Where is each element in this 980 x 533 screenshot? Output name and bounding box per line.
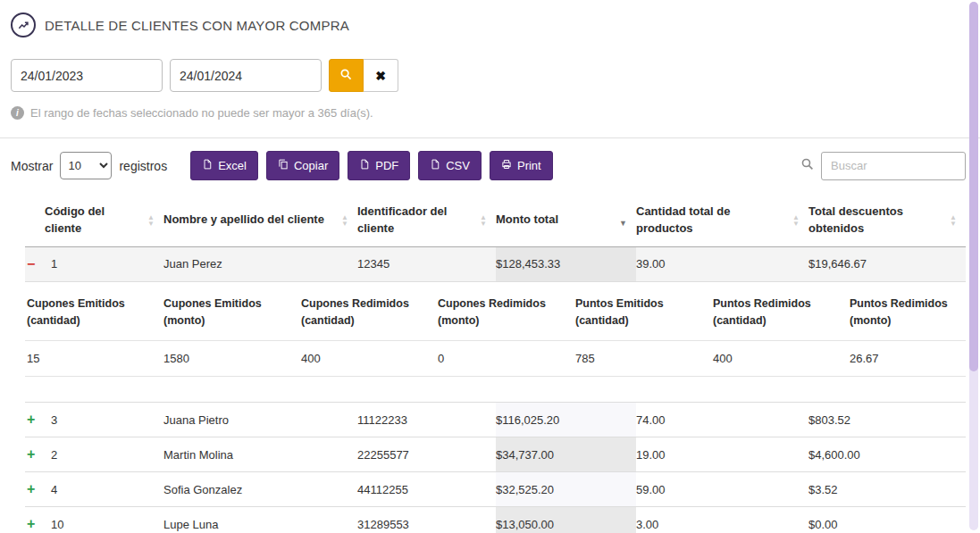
detail-cell: 1580 bbox=[162, 341, 299, 376]
cell-code: 2 bbox=[51, 448, 57, 462]
vertical-scrollbar-track bbox=[969, 2, 978, 530]
date-to-input[interactable] bbox=[170, 59, 322, 92]
date-range-info-text: El rango de fechas seleccionado no puede… bbox=[30, 106, 373, 120]
clients-table: Código del cliente ▲▼ Nombre y apellido … bbox=[11, 195, 966, 533]
column-header-discounts[interactable]: Total descuentos obtenidos ▲▼ bbox=[808, 195, 966, 246]
show-label: Mostrar bbox=[11, 159, 53, 173]
table-row: + 2 Martin Molina 22255577 $34,737.00 19… bbox=[25, 437, 966, 472]
cell-code: 3 bbox=[51, 413, 57, 427]
search-icon bbox=[339, 68, 353, 84]
cell-identifier: 31289553 bbox=[357, 507, 496, 533]
table-row: + 4 Sofia Gonzalez 44112255 $32,525.20 5… bbox=[25, 472, 966, 507]
date-filter-bar: ✖ bbox=[11, 59, 966, 92]
printer-icon bbox=[501, 159, 512, 172]
table-toolbar: Mostrar 10 registros Excel Copiar bbox=[11, 151, 966, 180]
detail-column-header: Cupones Emitidos (cantidad) bbox=[25, 282, 162, 341]
clear-date-filter-button[interactable]: ✖ bbox=[364, 59, 398, 92]
page-title: DETALLE DE CLIENTES CON MAYOR COMPRA bbox=[45, 18, 349, 33]
sort-icons: ▲▼ bbox=[147, 214, 155, 227]
search-input[interactable] bbox=[821, 152, 966, 180]
detail-column-header: Puntos Emitidos (cantidad) bbox=[574, 282, 711, 341]
vertical-scrollbar-thumb[interactable] bbox=[969, 2, 978, 371]
cell-name: Juana Pietro bbox=[163, 403, 357, 437]
cell-quantity: 39.00 bbox=[636, 247, 808, 281]
cell-amount: $34,737.00 bbox=[496, 437, 636, 471]
export-pdf-button[interactable]: PDF bbox=[348, 151, 410, 180]
cell-quantity: 59.00 bbox=[636, 472, 808, 506]
cell-code: 4 bbox=[51, 483, 57, 496]
column-header-amount[interactable]: Monto total ▲▼ bbox=[496, 195, 636, 246]
detail-column-header: Puntos Redimidos (monto) bbox=[848, 282, 966, 341]
detail-cell: 400 bbox=[711, 341, 848, 376]
column-header-quantity[interactable]: Cantidad total de productos ▲▼ bbox=[636, 195, 808, 246]
cell-discounts: $3.52 bbox=[808, 472, 966, 506]
trend-chart-icon bbox=[11, 12, 36, 37]
table-row: + 10 Lupe Luna 31289553 $13,050.00 3.00 … bbox=[25, 507, 966, 533]
records-label: registros bbox=[119, 159, 167, 173]
cell-amount: $128,453.33 bbox=[496, 247, 636, 281]
export-excel-button[interactable]: Excel bbox=[190, 151, 258, 180]
detail-column-header: Cupones Redimidos (monto) bbox=[436, 282, 574, 341]
cell-name: Lupe Luna bbox=[163, 507, 357, 533]
column-header-code[interactable]: Código del cliente ▲▼ bbox=[25, 195, 163, 246]
date-range-info: i El rango de fechas seleccionado no pue… bbox=[11, 106, 966, 120]
cell-discounts: $803.52 bbox=[808, 403, 966, 437]
cell-quantity: 74.00 bbox=[636, 403, 808, 437]
expand-row-icon[interactable]: + bbox=[27, 517, 39, 531]
divider bbox=[0, 137, 980, 138]
copy-button[interactable]: Copiar bbox=[266, 151, 339, 180]
expand-row-icon[interactable]: + bbox=[27, 412, 39, 427]
cell-amount: $32,525.20 bbox=[496, 472, 636, 506]
detail-column-header: Cupones Emitidos (monto) bbox=[162, 282, 299, 341]
sort-icons: ▲▼ bbox=[950, 214, 957, 227]
excel-file-icon bbox=[202, 159, 213, 172]
detail-cell: 400 bbox=[299, 341, 436, 376]
cell-code: 1 bbox=[51, 257, 57, 271]
cell-quantity: 19.00 bbox=[636, 437, 808, 471]
cell-name: Martin Molina bbox=[163, 437, 357, 471]
app-header: DETALLE DE CLIENTES CON MAYOR COMPRA bbox=[11, 12, 966, 37]
expand-row-icon[interactable]: + bbox=[27, 447, 39, 462]
export-button-group: Excel Copiar PDF CSV bbox=[190, 151, 553, 180]
detail-column-header: Cupones Redimidos (cantidad) bbox=[299, 282, 436, 341]
date-from-input[interactable] bbox=[11, 59, 163, 92]
cell-amount: $13,050.00 bbox=[496, 507, 636, 533]
close-icon: ✖ bbox=[375, 69, 386, 83]
cell-identifier: 44112255 bbox=[357, 472, 496, 506]
cell-quantity: 3.00 bbox=[636, 507, 808, 533]
detail-column-header: Puntos Redimidos (cantidad) bbox=[711, 282, 848, 341]
column-header-name[interactable]: Nombre y apellido del cliente ▲▼ bbox=[163, 195, 357, 246]
cell-identifier: 22255577 bbox=[357, 437, 496, 471]
detail-cell: 26.67 bbox=[848, 341, 966, 376]
page-length-select[interactable]: 10 bbox=[60, 152, 112, 179]
table-search bbox=[800, 152, 966, 180]
table-row: + 3 Juana Pietro 11122233 $116,025.20 74… bbox=[25, 403, 966, 437]
expand-row-icon[interactable]: + bbox=[27, 482, 39, 496]
apply-date-filter-button[interactable] bbox=[329, 59, 364, 92]
detail-value-row: 15 1580 400 0 785 400 26.67 bbox=[25, 341, 966, 377]
csv-file-icon bbox=[430, 159, 440, 172]
row-detail-panel: Cupones Emitidos (cantidad) Cupones Emit… bbox=[25, 282, 966, 404]
info-icon: i bbox=[11, 106, 24, 120]
cell-name: Juan Perez bbox=[163, 247, 357, 281]
detail-cell: 15 bbox=[25, 341, 162, 376]
column-header-identifier[interactable]: Identificador del cliente ▲▼ bbox=[357, 195, 496, 246]
detail-cell: 785 bbox=[574, 341, 711, 376]
cell-discounts: $0.00 bbox=[808, 507, 966, 533]
cell-identifier: 12345 bbox=[357, 247, 496, 281]
pdf-file-icon bbox=[359, 159, 370, 172]
collapse-row-icon[interactable]: − bbox=[27, 257, 39, 271]
export-csv-button[interactable]: CSV bbox=[418, 151, 482, 180]
sort-icons-desc-active: ▲▼ bbox=[619, 214, 627, 227]
detail-cell: 0 bbox=[436, 341, 574, 376]
cell-identifier: 11122233 bbox=[357, 403, 496, 437]
cell-discounts: $19,646.67 bbox=[808, 247, 966, 281]
search-icon bbox=[800, 157, 815, 174]
table-header-row: Código del cliente ▲▼ Nombre y apellido … bbox=[25, 195, 966, 247]
cell-discounts: $4,600.00 bbox=[808, 437, 966, 471]
cell-amount: $116,025.20 bbox=[496, 403, 636, 437]
detail-header-row: Cupones Emitidos (cantidad) Cupones Emit… bbox=[25, 282, 966, 342]
cell-code: 10 bbox=[51, 518, 63, 531]
print-button[interactable]: Print bbox=[490, 151, 553, 180]
copy-icon bbox=[278, 159, 289, 172]
